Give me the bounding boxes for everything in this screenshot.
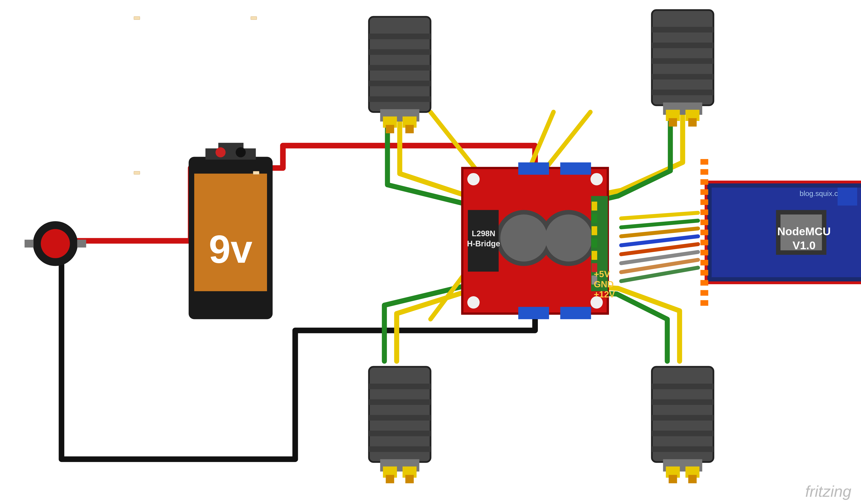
back-left-motor-label	[134, 16, 140, 20]
back-right-motor-label	[134, 171, 140, 175]
front-left-motor-label	[251, 16, 257, 20]
front-right-motor-label	[253, 171, 259, 175]
